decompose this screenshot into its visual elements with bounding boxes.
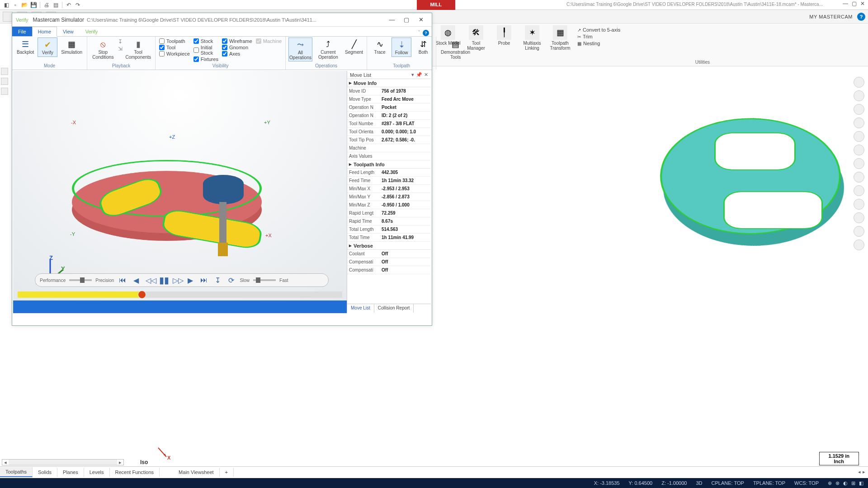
tab-recent[interactable]: Recent Functions xyxy=(110,468,160,477)
speed-slider[interactable] xyxy=(253,279,276,281)
tab-levels[interactable]: Levels xyxy=(84,468,110,477)
panel-dropdown-icon[interactable]: ▾ xyxy=(411,72,414,78)
view-tool-icon[interactable] xyxy=(854,131,864,142)
chk-axes[interactable]: Axes xyxy=(222,51,252,56)
panel-close-icon[interactable]: ✕ xyxy=(424,72,428,78)
sim-maximize-icon[interactable]: ▢ xyxy=(399,15,414,25)
view-tool-icon[interactable] xyxy=(854,77,864,88)
close-icon[interactable]: ✕ xyxy=(859,0,866,7)
verify-button[interactable]: ✔Verify xyxy=(38,38,57,57)
collapse-ribbon-icon[interactable]: ˇ xyxy=(418,30,420,36)
status-icon[interactable]: ◧ xyxy=(859,480,863,486)
undo-icon[interactable]: ↶ xyxy=(65,1,72,9)
status-3d[interactable]: 3D xyxy=(696,480,702,486)
chk-tool[interactable]: Tool xyxy=(159,45,190,50)
add-viewsheet-button[interactable]: + xyxy=(220,468,234,477)
chk-machine[interactable]: Machine xyxy=(256,38,282,44)
tab-toolpaths[interactable]: Toolpaths xyxy=(0,467,33,477)
print-icon[interactable]: 🖨 xyxy=(43,1,50,9)
status-icon[interactable]: ⊕ xyxy=(828,480,832,486)
prev-op-icon[interactable]: ◀ xyxy=(131,276,141,285)
new-icon[interactable]: ▫ xyxy=(12,1,19,9)
step-back-icon[interactable]: ◁◁ xyxy=(145,276,155,285)
follow-button[interactable]: ⇣Follow xyxy=(392,38,411,57)
ribbon-icon[interactable] xyxy=(3,12,13,22)
view-tool-icon[interactable] xyxy=(854,226,864,237)
stop-conditions-button[interactable]: ⦸Stop Conditions xyxy=(90,38,116,61)
step-fwd-icon[interactable]: ▷▷ xyxy=(172,276,182,285)
chk-workpiece[interactable]: Workpiece xyxy=(159,51,190,56)
scroll-left-icon[interactable]: ◂ xyxy=(2,460,9,465)
save-icon[interactable]: 💾 xyxy=(30,1,37,9)
toolpath-transform-button[interactable]: ▦Toolpath Transform xyxy=(547,25,573,51)
panel-tab-movelist[interactable]: Move List xyxy=(347,304,374,313)
section-verbose[interactable]: ▸ Verbose xyxy=(347,242,431,250)
tab-view[interactable]: View xyxy=(57,27,80,36)
tab-home[interactable]: Home xyxy=(32,27,57,37)
play-pause-icon[interactable]: ▮▮ xyxy=(158,275,168,286)
status-cplane[interactable]: CPLANE: TOP xyxy=(712,480,744,486)
view-tool-icon[interactable] xyxy=(854,90,864,101)
sim-close-icon[interactable]: ✕ xyxy=(414,15,428,25)
simulation-button[interactable]: ▦Simulation xyxy=(59,38,84,56)
trim-button[interactable]: ✂ Trim xyxy=(577,34,620,39)
all-operations-button[interactable]: ⤳All Operations xyxy=(288,38,312,61)
chk-fixtures[interactable]: Fixtures xyxy=(193,56,218,62)
status-icon[interactable]: ⊞ xyxy=(851,480,855,486)
tool-part-icon[interactable]: ↧ xyxy=(118,38,123,45)
chk-stock[interactable]: Stock xyxy=(193,38,218,44)
maximize-icon[interactable]: ▢ xyxy=(850,0,858,7)
quality-slider[interactable] xyxy=(69,279,92,281)
panel-pin-icon[interactable]: 📌 xyxy=(416,72,422,78)
status-icon[interactable]: ⊗ xyxy=(835,480,840,486)
dock-icon[interactable] xyxy=(1,78,8,85)
nesting-button[interactable]: ▦ Nesting xyxy=(577,41,620,46)
probe-button[interactable]: ╿Probe xyxy=(491,25,517,46)
nav-left-icon[interactable]: ◂ xyxy=(858,469,861,475)
scroll-right-icon[interactable]: ▸ xyxy=(117,460,123,465)
tab-main-viewsheet[interactable]: Main Viewsheet xyxy=(173,468,219,477)
status-wcs[interactable]: WCS: TOP xyxy=(794,480,819,486)
loop-icon[interactable]: ⟳ xyxy=(226,276,236,285)
convert-5axis-button[interactable]: ↗ Convert to 5-axis xyxy=(577,27,620,33)
chk-initial-stock[interactable]: Initial Stock xyxy=(193,45,218,56)
panel-tab-collision[interactable]: Collision Report xyxy=(374,304,414,313)
view-tool-icon[interactable] xyxy=(854,239,864,250)
dock-icon[interactable] xyxy=(1,88,8,95)
tab-solids[interactable]: Solids xyxy=(33,468,57,477)
segment-button[interactable]: ╱Segment xyxy=(344,38,364,56)
horizontal-scrollbar[interactable]: ◂ ▸ xyxy=(2,459,124,465)
trace-button[interactable]: ∿Trace xyxy=(370,38,390,56)
sim-minimize-icon[interactable]: — xyxy=(385,15,399,25)
mill-context-tab[interactable]: MILL xyxy=(417,0,456,10)
view-tool-icon[interactable] xyxy=(854,104,864,115)
doc-icon[interactable]: ▤ xyxy=(52,1,59,9)
chk-wireframe[interactable]: Wireframe xyxy=(222,38,252,44)
tool-components-button[interactable]: ▮Tool Components xyxy=(124,38,153,61)
dock-icon[interactable] xyxy=(1,68,8,75)
both-button[interactable]: ⇵Both xyxy=(413,38,433,56)
step-icon[interactable]: ↧ xyxy=(212,276,222,285)
view-tool-icon[interactable] xyxy=(854,212,864,223)
minimize-icon[interactable]: — xyxy=(842,0,849,7)
tab-file[interactable]: File xyxy=(12,27,32,36)
simulator-viewport[interactable]: -X +X -Y +Y +Z Z Y X Performance Precisi… xyxy=(13,71,347,313)
view-tool-icon[interactable] xyxy=(854,185,864,196)
progress-bar[interactable] xyxy=(18,291,342,298)
backplot-button[interactable]: ☰Backplot xyxy=(15,38,36,56)
tab-verify[interactable]: Verify xyxy=(80,27,104,36)
open-icon[interactable]: 📂 xyxy=(21,1,28,9)
section-move-info[interactable]: ▸ Move Info xyxy=(347,79,431,87)
help-icon[interactable]: ? xyxy=(857,13,865,21)
nav-right-icon[interactable]: ▸ xyxy=(863,469,865,475)
demo-tools-button[interactable]: ▤Demonstration Tools xyxy=(439,38,472,61)
main-viewport[interactable] xyxy=(432,68,850,461)
view-tool-icon[interactable] xyxy=(854,172,864,183)
next-op-icon[interactable]: ▶ xyxy=(185,276,195,285)
tool-part-icon[interactable]: ⇲ xyxy=(118,46,123,52)
multiaxis-linking-button[interactable]: ✶Multiaxis Linking xyxy=(519,25,545,51)
view-tool-icon[interactable] xyxy=(854,117,864,128)
status-icon[interactable]: ◐ xyxy=(843,480,848,486)
section-toolpath-info[interactable]: ▸ Toolpath Info xyxy=(347,160,431,169)
redo-icon[interactable]: ↷ xyxy=(74,1,81,9)
